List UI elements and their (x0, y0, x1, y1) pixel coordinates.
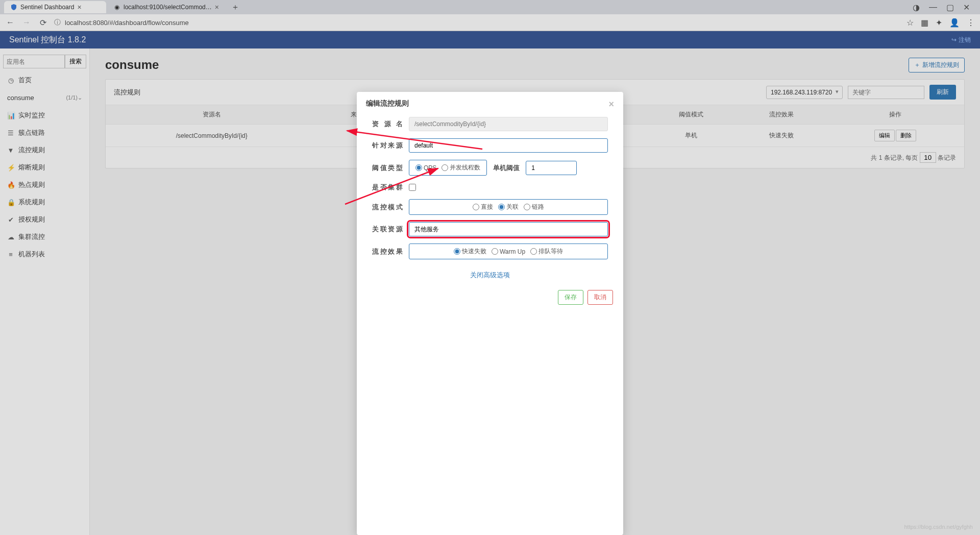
radio-fail-fast[interactable] (454, 248, 460, 255)
save-button[interactable]: 保存 (558, 290, 583, 305)
radio-qps[interactable] (415, 164, 422, 171)
threshold-input[interactable] (526, 161, 577, 175)
label-single-threshold: 单机阈值 (493, 163, 520, 173)
cancel-button[interactable]: 取消 (587, 290, 613, 305)
radio-warmup[interactable] (492, 248, 498, 255)
label-threshold-type: 阈值类型 (372, 163, 403, 173)
radio-threads[interactable] (442, 164, 448, 171)
effect-group[interactable]: 快速失败 Warm Up 排队等待 (409, 244, 608, 259)
radio-relate[interactable] (498, 204, 505, 210)
rel-resource-input[interactable] (409, 222, 608, 236)
label-effect: 流控效果 (372, 247, 403, 256)
label-mode: 流控模式 (372, 203, 403, 212)
modal-title: 编辑流控规则 (366, 99, 409, 110)
threshold-type-group[interactable]: QPS 并发线程数 (409, 160, 487, 176)
toggle-advanced-link[interactable]: 关闭高级选项 (372, 266, 608, 284)
radio-queue[interactable] (530, 248, 537, 255)
cluster-checkbox[interactable] (409, 184, 416, 191)
modal-overlay: 编辑流控规则 × 资源名 针对来源 阈值类型 QPS 并发线程数 单机阈值 (0, 0, 980, 535)
resource-input (409, 117, 608, 131)
edit-rule-modal: 编辑流控规则 × 资源名 针对来源 阈值类型 QPS 并发线程数 单机阈值 (357, 92, 623, 535)
label-cluster: 是否集群 (372, 183, 403, 192)
watermark: https://blog.csdn.net/gyfghh (904, 524, 973, 530)
label-source: 针对来源 (372, 141, 403, 150)
mode-group[interactable]: 直接 关联 链路 (409, 199, 608, 215)
label-rel-resource: 关联资源 (372, 225, 403, 234)
radio-chain[interactable] (524, 204, 530, 210)
label-resource: 资源名 (372, 119, 403, 129)
source-input[interactable] (409, 138, 608, 153)
close-icon[interactable]: × (608, 99, 614, 110)
radio-direct[interactable] (473, 204, 479, 210)
